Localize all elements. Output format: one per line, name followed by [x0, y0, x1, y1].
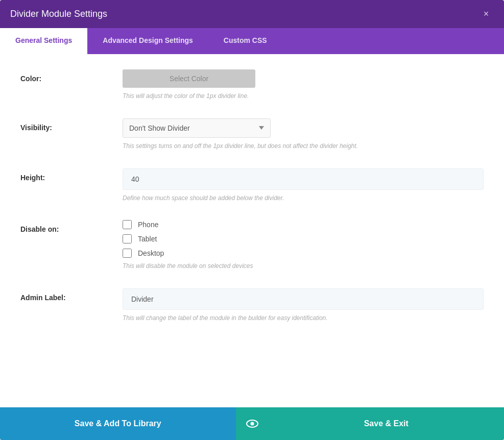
- select-color-button[interactable]: Select Color: [123, 69, 255, 88]
- disable-on-hint: This will disable the module on selected…: [123, 262, 484, 271]
- visibility-field-content: Show Divider Don't Show Divider This set…: [123, 118, 484, 151]
- disable-desktop-item: Desktop: [123, 249, 484, 258]
- disable-on-field-content: Phone Tablet Desktop This will disable t…: [123, 220, 484, 271]
- height-input[interactable]: [123, 168, 484, 190]
- height-field-row: Height: Define how much space should be …: [20, 168, 484, 203]
- disable-on-label: Disable on:: [20, 220, 123, 233]
- color-hint: This will adjust the color of the 1px di…: [123, 92, 484, 101]
- disable-phone-label: Phone: [138, 221, 158, 229]
- height-field-content: Define how much space should be added be…: [123, 168, 484, 203]
- disable-phone-checkbox[interactable]: [123, 220, 132, 229]
- admin-label-field-content: This will change the label of the module…: [123, 288, 484, 323]
- tab-custom-css[interactable]: Custom CSS: [208, 28, 282, 54]
- tab-advanced-design[interactable]: Advanced Design Settings: [87, 28, 208, 54]
- color-field-row: Color: Select Color This will adjust the…: [20, 69, 484, 101]
- save-library-button[interactable]: Save & Add To Library: [0, 407, 236, 440]
- eye-icon: [246, 420, 258, 428]
- color-label: Color:: [20, 69, 123, 83]
- modal-header: Divider Module Settings ×: [0, 0, 504, 28]
- modal-body: Color: Select Color This will adjust the…: [0, 54, 504, 407]
- height-label: Height:: [20, 168, 123, 182]
- close-button[interactable]: ×: [478, 7, 494, 22]
- color-field-content: Select Color This will adjust the color …: [123, 69, 484, 101]
- save-exit-button[interactable]: Save & Exit: [269, 407, 505, 440]
- disable-on-checkbox-group: Phone Tablet Desktop: [123, 220, 484, 258]
- disable-phone-item: Phone: [123, 220, 484, 229]
- modal-title: Divider Module Settings: [10, 9, 107, 19]
- svg-point-1: [250, 422, 254, 426]
- admin-label-input[interactable]: [123, 288, 484, 310]
- disable-tablet-checkbox[interactable]: [123, 234, 132, 243]
- eye-button[interactable]: [236, 407, 269, 440]
- modal-container: Divider Module Settings × General Settin…: [0, 0, 504, 440]
- height-hint: Define how much space should be added be…: [123, 194, 484, 203]
- modal-footer: Save & Add To Library Save & Exit: [0, 407, 504, 440]
- disable-tablet-item: Tablet: [123, 234, 484, 243]
- disable-on-field-row: Disable on: Phone Tablet Desktop: [20, 220, 484, 271]
- tab-general[interactable]: General Settings: [0, 28, 87, 54]
- admin-label-hint: This will change the label of the module…: [123, 314, 484, 323]
- admin-label-field-row: Admin Label: This will change the label …: [20, 288, 484, 323]
- visibility-field-row: Visibility: Show Divider Don't Show Divi…: [20, 118, 484, 151]
- disable-desktop-label: Desktop: [138, 249, 164, 257]
- visibility-hint: This settings turns on and off the 1px d…: [123, 142, 484, 151]
- disable-desktop-checkbox[interactable]: [123, 249, 132, 258]
- tabs-bar: General Settings Advanced Design Setting…: [0, 28, 504, 54]
- admin-label-label: Admin Label:: [20, 288, 123, 302]
- visibility-label: Visibility:: [20, 118, 123, 132]
- visibility-select[interactable]: Show Divider Don't Show Divider: [123, 118, 271, 138]
- disable-tablet-label: Tablet: [138, 235, 157, 243]
